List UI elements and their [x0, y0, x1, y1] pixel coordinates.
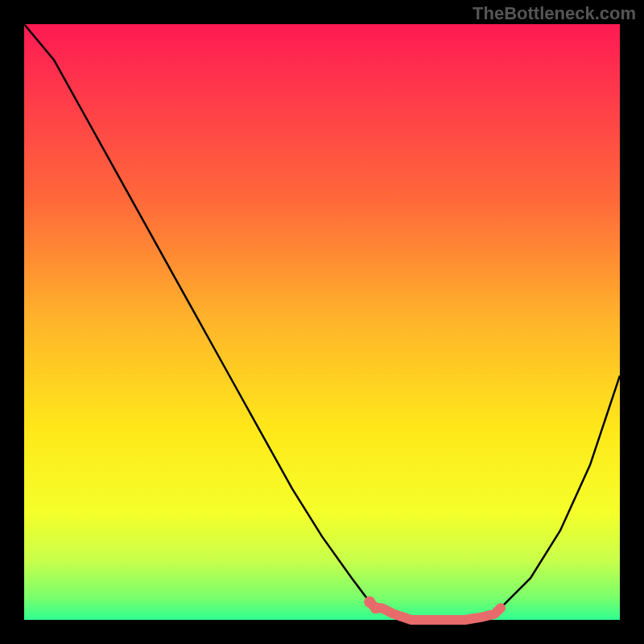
bottleneck-chart — [0, 0, 644, 644]
chart-frame: TheBottleneck.com — [0, 0, 644, 644]
optimal-range-dot — [370, 602, 382, 613]
plot-background — [24, 24, 620, 620]
watermark-text: TheBottleneck.com — [473, 3, 636, 24]
